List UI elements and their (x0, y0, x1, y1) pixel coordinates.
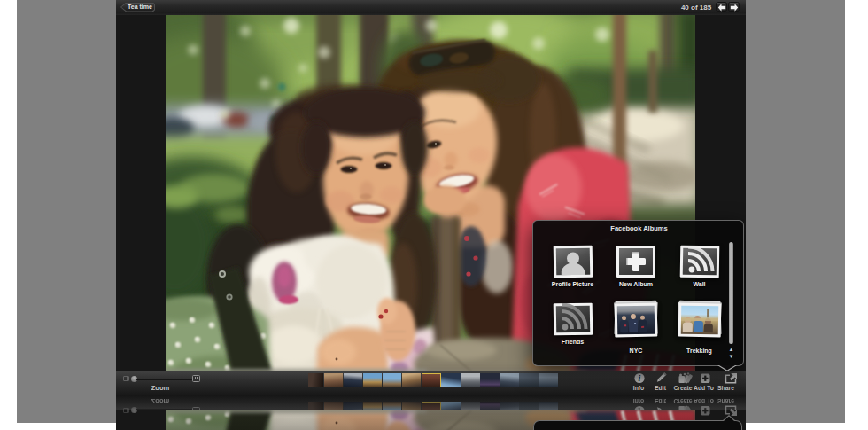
svg-text:i: i (639, 373, 641, 383)
